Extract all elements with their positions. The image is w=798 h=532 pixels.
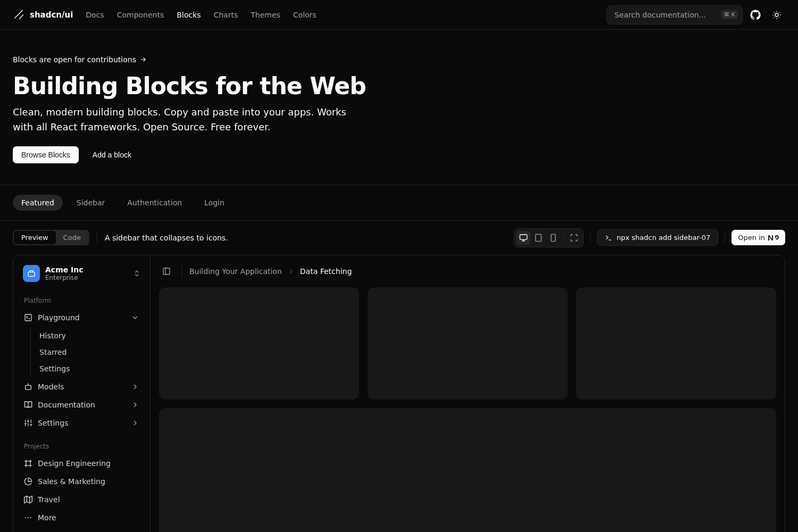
open-in-v0-button[interactable]: Open in [732,230,785,245]
search-input[interactable]: Search documentation... ⌘ K [606,5,743,24]
nav-charts[interactable]: Charts [213,11,238,19]
logo[interactable]: shadcn/ui [13,9,73,21]
v0-icon [768,234,779,242]
platform-header: Platform [20,287,144,307]
svg-point-2 [775,13,778,16]
code-seg[interactable]: Code [56,231,88,244]
more-horizontal-icon [24,513,32,522]
svg-rect-3 [520,235,527,239]
sidebar-item-history[interactable]: History [37,328,144,344]
svg-rect-10 [25,314,31,321]
svg-marker-25 [24,496,32,503]
chevron-right-icon [131,383,139,391]
sidebar-item-playground[interactable]: Playground [20,310,144,326]
bot-icon [24,383,32,391]
brand-text: shadcn/ui [30,10,73,20]
separator [563,232,564,243]
tab-login[interactable]: Login [196,195,233,211]
svg-line-0 [19,15,23,19]
breadcrumb-parent[interactable]: Building Your Application [189,267,282,276]
tablet-icon[interactable] [531,231,545,245]
team-logo-icon [23,265,40,282]
sidebar-item-models[interactable]: Models [20,379,144,395]
separator [181,266,182,277]
hero-subtitle: Clean, modern building blocks. Copy and … [13,105,364,135]
playground-submenu: History Starred Settings [30,328,144,377]
breadcrumb: Building Your Application Data Fetching [189,267,352,276]
svg-point-30 [30,517,31,518]
sidebar-item-travel[interactable]: Travel [20,492,144,508]
sidebar-item-design-engineering[interactable]: Design Engineering [20,455,144,471]
svg-rect-4 [536,234,542,241]
sidebar-item-sales-marketing[interactable]: Sales & Marketing [20,473,144,489]
tab-authentication[interactable]: Authentication [119,195,190,211]
terminal-icon [605,234,612,242]
separator [590,232,591,243]
map-icon [24,495,32,504]
svg-point-28 [25,517,26,518]
svg-rect-9 [28,272,35,276]
tab-featured[interactable]: Featured [13,195,63,211]
nav-docs[interactable]: Docs [86,11,104,19]
arrow-right-icon [139,56,147,63]
preview-seg[interactable]: Preview [14,231,56,244]
mobile-icon[interactable] [546,231,560,245]
sidebar-item-documentation[interactable]: Documentation [20,397,144,413]
tab-sidebar[interactable]: Sidebar [68,195,114,211]
frame-icon [24,459,32,468]
separator [725,232,725,243]
sidebar-item-more[interactable]: More [20,510,144,526]
theme-toggle-icon[interactable] [768,6,785,23]
github-icon[interactable] [747,6,764,23]
preview-code-toggle: Preview Code [13,230,89,245]
browse-blocks-button[interactable]: Browse Blocks [13,146,79,163]
app-main: Building Your Application Data Fetching [151,255,785,532]
projects-header: Projects [20,433,144,453]
svg-rect-11 [26,385,31,389]
breadcrumb-current: Data Fetching [300,267,352,276]
hero-banner[interactable]: Blocks are open for contributions [13,55,147,64]
search-placeholder: Search documentation... [614,11,706,19]
sidebar-item-starred[interactable]: Starred [37,344,144,360]
desktop-icon[interactable] [517,231,530,245]
install-text: npx shadcn add sidebar-07 [617,234,710,242]
square-terminal-icon [24,313,32,322]
logo-icon [13,9,26,21]
sidebar-item-settings-sub[interactable]: Settings [37,361,144,377]
placeholder-card [576,287,776,400]
sidebar-item-settings[interactable]: Settings [20,415,144,431]
placeholder-card [368,287,568,400]
banner-text: Blocks are open for contributions [13,55,136,64]
nav-links: Docs Components Blocks Charts Themes Col… [86,11,316,19]
settings-icon [24,419,32,427]
top-nav: shadcn/ui Docs Components Blocks Charts … [0,0,798,30]
nav-colors[interactable]: Colors [293,11,317,19]
viewport-switcher [514,228,584,247]
nav-themes[interactable]: Themes [251,11,280,19]
fullscreen-icon[interactable] [567,231,581,245]
add-block-button[interactable]: Add a block [84,146,140,163]
svg-rect-31 [163,268,170,275]
open-text: Open in [738,234,765,242]
placeholder-card [159,287,359,400]
app-sidebar: Acme Inc Enterprise Platform Playground … [13,255,151,532]
team-name: Acme Inc [45,265,128,274]
chevron-right-icon [131,401,139,409]
install-command[interactable]: npx shadcn add sidebar-07 [597,229,718,246]
chevron-right-icon [287,268,295,275]
nav-blocks[interactable]: Blocks [177,11,201,19]
placeholder-card-large [159,408,776,532]
hero: Blocks are open for contributions Buildi… [0,30,798,185]
hero-title: Building Blocks for the Web [13,72,785,99]
nav-components[interactable]: Components [117,11,164,19]
svg-point-29 [28,517,29,518]
team-plan: Enterprise [45,274,128,281]
panel-toggle-icon[interactable] [159,264,174,279]
chevron-right-icon [131,419,139,427]
separator [97,232,97,243]
book-open-icon [24,401,32,409]
svg-rect-6 [551,234,555,241]
team-switcher[interactable]: Acme Inc Enterprise [20,262,144,285]
pie-chart-icon [24,477,32,486]
preview-frame: Acme Inc Enterprise Platform Playground … [13,255,785,532]
